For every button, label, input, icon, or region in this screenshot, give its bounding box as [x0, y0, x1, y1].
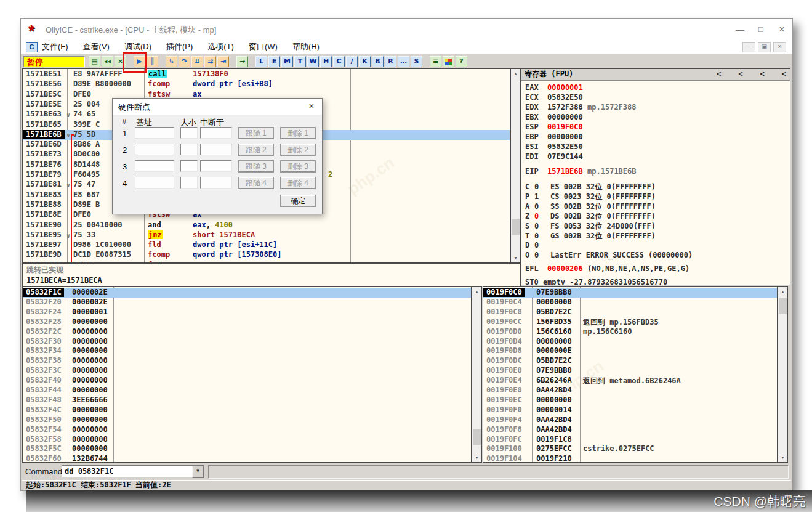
windows-button[interactable]: W: [307, 56, 319, 67]
follow-button[interactable]: 跟随 1: [238, 127, 274, 139]
breakpoints-button[interactable]: B: [372, 56, 384, 67]
disassembly-scrollbar[interactable]: ▴ ▾: [510, 68, 521, 263]
scroll-down-icon[interactable]: ▾: [778, 453, 787, 462]
dump-row[interactable]: 05832F3C00000000: [23, 366, 471, 376]
dump-row[interactable]: 05832F4400000000: [23, 386, 471, 396]
size-field[interactable]: [180, 144, 198, 155]
dump-row[interactable]: 05832F5C00000000: [23, 444, 471, 454]
base-address-field[interactable]: [135, 177, 174, 189]
delete-button[interactable]: 删除 1: [280, 127, 316, 139]
delete-button[interactable]: 删除 4: [280, 177, 316, 189]
stack-row[interactable]: 0019F0E46B26246A返回到 metamod.6B26246A: [483, 376, 777, 386]
stack-row[interactable]: 0019F0C400000000: [483, 298, 777, 307]
size-field[interactable]: [180, 160, 198, 172]
scroll-up-icon[interactable]: ▴: [778, 287, 787, 296]
flag-row[interactable]: P1CS 0023 32位 0(FFFFFFFF): [525, 192, 790, 201]
stack-row[interactable]: 0019F0F000000014: [483, 405, 777, 415]
registers-panel[interactable]: 寄存器 (FPU) <<<< EAX00000001 ECX05832E50 E…: [521, 68, 790, 285]
dump-row[interactable]: 05832F2400000001: [23, 307, 471, 317]
memory-map-button[interactable]: M: [281, 56, 293, 67]
base-address-field[interactable]: [135, 144, 174, 155]
scroll-up-icon[interactable]: ▴: [472, 287, 481, 296]
execute-till-return-icon[interactable]: ⇥: [217, 56, 229, 67]
menu-item-6[interactable]: 帮助(H): [292, 41, 320, 52]
stack-row[interactable]: 0019F1040019F210: [483, 454, 777, 463]
patches-button[interactable]: /: [346, 56, 358, 67]
disasm-row[interactable]: 1571BE9025 00410000andeax, 4100: [23, 221, 510, 231]
register-row[interactable]: EBP00000000: [525, 132, 790, 142]
dump-row[interactable]: 05832F3000000000: [23, 337, 471, 347]
chevron-down-icon[interactable]: ▼: [192, 466, 204, 478]
stack-row[interactable]: 0019F0EC00000000: [483, 396, 777, 405]
appearance-icon[interactable]: [443, 56, 454, 67]
scroll-down-icon[interactable]: ▾: [511, 253, 520, 262]
size-field[interactable]: [180, 127, 198, 139]
log-window-button[interactable]: L: [255, 56, 267, 67]
scrollbar-thumb[interactable]: [473, 429, 481, 445]
source-button[interactable]: S: [411, 56, 422, 67]
help-icon[interactable]: ?: [456, 56, 467, 67]
register-row[interactable]: ECX05832E50: [525, 93, 790, 103]
flag-row[interactable]: A0SS 002B 32位 0(FFFFFFFF): [525, 201, 790, 211]
call-stack-button[interactable]: K: [359, 56, 371, 67]
dump-row[interactable]: 05832F5800000000: [23, 435, 471, 445]
dialog-close-icon[interactable]: ×: [305, 100, 318, 112]
eflags-row[interactable]: EFL00000206 (NO,NB,NE,A,NS,PE,GE,G): [525, 264, 790, 274]
registers-scroll-left-icon[interactable]: <: [738, 69, 742, 79]
menu-item-0[interactable]: 文件(F): [42, 41, 68, 52]
handles-button[interactable]: H: [320, 56, 332, 67]
command-combobox[interactable]: ▼: [62, 465, 204, 477]
go-to-icon[interactable]: →: [236, 56, 248, 67]
menu-item-1[interactable]: 查看(V): [83, 41, 110, 52]
break-on-field[interactable]: [200, 127, 232, 139]
stack-panel[interactable]: 0019F0C007E9BBB00019F0C4000000000019F0C8…: [483, 286, 778, 463]
dump-row[interactable]: 05832F4C00000000: [23, 405, 471, 415]
dump-row[interactable]: 05832F2800000000: [23, 317, 471, 327]
base-address-field[interactable]: [135, 160, 174, 172]
stack-row[interactable]: 0019F0F80AA42BD4: [483, 425, 777, 435]
disasm-row[interactable]: 1571BE9DDC1D E0087315fcompqword ptr [157…: [23, 250, 510, 261]
register-row[interactable]: ESP0019F0C0: [525, 123, 790, 132]
dump-row[interactable]: 05832F4000000000: [23, 376, 471, 386]
disasm-row[interactable]: 1571BE56D89E B8000000fcompdword ptr [esi…: [23, 79, 510, 90]
stack-row[interactable]: 0019F0C007E9BBB0: [483, 288, 777, 298]
disasm-row[interactable]: 1571BE51E8 9A7AFFFFcall157138F0: [23, 70, 510, 80]
break-on-field[interactable]: [200, 177, 232, 189]
size-field[interactable]: [180, 177, 198, 189]
flag-row[interactable]: D0: [525, 241, 790, 251]
pause-icon[interactable]: ║: [147, 56, 158, 67]
st0-row[interactable]: ST0 empty -27.879326831056516770: [525, 278, 790, 285]
dump-row[interactable]: 05832F483EE66666: [23, 396, 471, 405]
scroll-up-icon[interactable]: ▴: [511, 69, 520, 78]
flag-row[interactable]: Z0DS 002B 32位 0(FFFFFFFF): [525, 211, 790, 221]
cpu-button[interactable]: C: [333, 56, 345, 67]
menu-item-5[interactable]: 窗口(W): [249, 41, 278, 52]
scroll-down-icon[interactable]: ▾: [472, 453, 481, 462]
minimize-button[interactable]: —: [731, 23, 749, 36]
stack-row[interactable]: 0019F0E80AA42BD4: [483, 386, 777, 396]
register-row[interactable]: EDX1572F388 mp.1572F388: [525, 103, 790, 113]
follow-button[interactable]: 跟随 2: [238, 144, 274, 156]
close-button[interactable]: ×: [773, 23, 791, 36]
follow-button[interactable]: 跟随 4: [238, 177, 274, 189]
stack-row[interactable]: 0019F0D80000000E: [483, 346, 777, 356]
break-on-field[interactable]: [200, 160, 232, 172]
memory-dump-panel[interactable]: 05832F1C0000002E05832F200000002E05832F24…: [22, 286, 472, 463]
menu-item-3[interactable]: 插件(P): [166, 41, 193, 52]
follow-button[interactable]: 跟随 3: [238, 160, 274, 173]
stack-scrollbar[interactable]: ▴ ▾: [778, 286, 788, 463]
dump-row[interactable]: 05832F5400000000: [23, 425, 471, 435]
executables-button[interactable]: E: [268, 56, 280, 67]
stack-row[interactable]: 0019F0FC0019F1C8: [483, 435, 777, 445]
scrollbar-thumb[interactable]: [779, 298, 787, 314]
dump-scrollbar[interactable]: ▴ ▾: [472, 286, 482, 463]
delete-button[interactable]: 删除 3: [280, 160, 316, 173]
disasm-row[interactable]: 1571BE97D986 1C010000flddword ptr [esi+1…: [23, 240, 510, 251]
base-address-field[interactable]: [135, 127, 174, 139]
disasm-row[interactable]: 1571BE95∨75 33jnzshort 1571BECA: [23, 230, 510, 241]
restart-icon[interactable]: ◀◀: [102, 56, 113, 67]
dump-row[interactable]: 05832F1C0000002E: [23, 288, 471, 298]
references-button[interactable]: R: [385, 56, 396, 67]
run-trace-button[interactable]: …: [398, 56, 409, 67]
stack-row[interactable]: 0019F0DC05BD7E2C: [483, 356, 777, 366]
